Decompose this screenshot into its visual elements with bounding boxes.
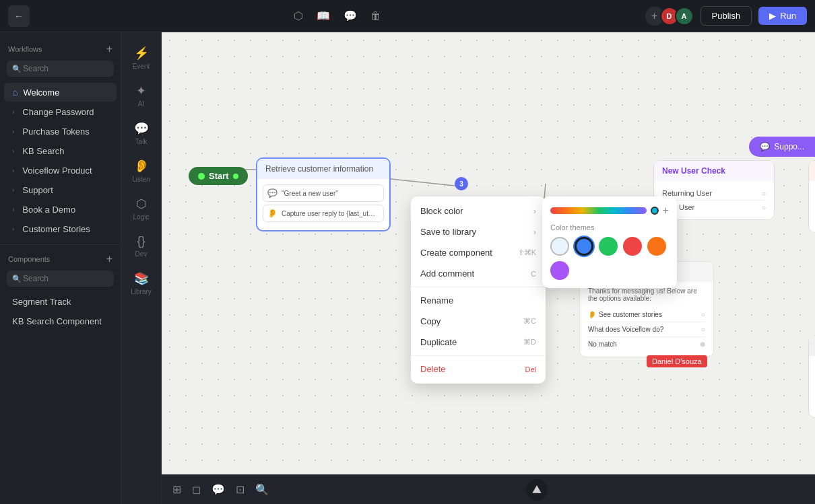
chevron-icon: › [12, 206, 14, 213]
start-dot [233, 174, 238, 179]
ai-icon: ✦ [136, 83, 146, 98]
sidebar-item-customer-stories[interactable]: › Customer Stories [4, 220, 117, 238]
layers-icon[interactable]: ◻ [192, 483, 201, 496]
workflows-section-title: Workflows + [0, 40, 121, 61]
menu-divider-1 [411, 287, 546, 287]
sidebar-item-kb-search-component[interactable]: KB Search Component [4, 312, 117, 330]
trash-icon[interactable]: 🗑 [370, 10, 381, 22]
menu-item-rename[interactable]: Rename [411, 290, 546, 311]
component-search-input[interactable] [7, 271, 114, 287]
start-node[interactable]: Start [189, 167, 248, 185]
publish-button[interactable]: Publish [700, 6, 752, 26]
search-input[interactable] [7, 61, 114, 77]
color-submenu: + Color themes [542, 196, 677, 288]
menu-item-duplicate[interactable]: Duplicate ⌘D [411, 332, 546, 353]
support-icon: 💬 [760, 142, 770, 151]
book-icon[interactable]: 📖 [317, 9, 330, 22]
badge-number: 3 [455, 177, 468, 190]
color-swatches [550, 237, 669, 280]
retrieve-node[interactable]: Retrieve customer information 💬 "Greet a… [256, 157, 391, 231]
vf-know-node[interactable]: VF Know... "{(... "Y... (la... Th... (la… [808, 335, 815, 418]
menu-item-block-color[interactable]: Block color › [411, 201, 546, 221]
tool-logic[interactable]: ⬡ Logic [125, 191, 158, 226]
retrieve-body: 💬 "Greet a new user" 👂 Capture user repl… [257, 179, 389, 230]
tool-talk[interactable]: 💬 Talk [125, 116, 158, 151]
color-swatch-purple[interactable] [550, 261, 569, 280]
menu-item-delete[interactable]: Delete Del [411, 359, 546, 380]
options-message: Thanks for messaging us! Below are the o… [588, 287, 705, 302]
nuc-item-0[interactable]: Returning User ○ [662, 186, 766, 201]
tool-library[interactable]: 📚 Library [125, 266, 158, 301]
sidebar-item-change-password[interactable]: › Change Password [4, 103, 117, 121]
listen-icon: 👂 [134, 159, 149, 174]
nuc-header: New User Check [654, 161, 774, 181]
sidebar-item-purchase-tokens[interactable]: › Purchase Tokens [4, 122, 117, 141]
image-icon[interactable]: ⊡ [236, 483, 244, 496]
color-swatch-white[interactable] [550, 237, 569, 256]
main-layout: Workflows + 🔍 ⌂ Welcome › Change Passwor… [0, 32, 815, 504]
color-swatch-teal[interactable] [599, 237, 618, 256]
menu-item-save-library[interactable]: Save to library › [411, 221, 546, 242]
menu-item-add-comment[interactable]: Add comment C [411, 263, 546, 284]
message-icon[interactable]: 💬 [344, 9, 357, 22]
color-swatch-orange[interactable] [647, 237, 666, 256]
support-button-node[interactable]: 💬 Suppo... [749, 137, 815, 157]
component-search-icon: 🔍 [12, 275, 22, 283]
back-button[interactable]: ← [8, 5, 30, 27]
sidebar-item-book-demo[interactable]: › Book a Demo [4, 201, 117, 219]
options-item-0[interactable]: 👂 See customer stories ○ [588, 308, 705, 322]
start-icon [198, 173, 205, 180]
add-component-button[interactable]: + [106, 253, 112, 265]
tool-panel: ⚡ Event ✦ AI 💬 Talk 👂 Listen ⬡ Logic {} … [121, 32, 162, 504]
tooltip-daniel: Daniel D'souza [647, 355, 707, 367]
sidebar-item-voiceflow-product[interactable]: › Voiceflow Product [4, 161, 117, 180]
avatar-a: A [675, 7, 694, 26]
tool-dev[interactable]: {} Dev [125, 229, 158, 263]
components-section-title: Components + [0, 250, 121, 271]
sidebar-item-segment-track[interactable]: Segment Track [4, 293, 117, 311]
search-icon: 🔍 [12, 65, 22, 73]
talk-icon: 💬 [134, 121, 149, 136]
sidebar-item-support[interactable]: › Support [4, 181, 117, 199]
retrieve-item-0[interactable]: 💬 "Greet a new user" [263, 184, 384, 202]
sidebar-divider [0, 244, 121, 245]
library-icon: 📚 [134, 271, 149, 286]
bookmark-icon[interactable]: ⬡ [294, 9, 303, 22]
color-swatch-blue[interactable] [575, 237, 593, 256]
nuc-item-1[interactable]: New User ○ [662, 201, 766, 214]
sidebar: Workflows + 🔍 ⌂ Welcome › Change Passwor… [0, 32, 121, 504]
color-add-button[interactable]: + [663, 205, 669, 217]
search-canvas-icon[interactable]: 🔍 [255, 483, 269, 496]
run-button[interactable]: ▶ Run [758, 7, 807, 25]
add-workflow-button[interactable]: + [106, 43, 112, 55]
sidebar-item-welcome[interactable]: ⌂ Welcome [4, 83, 117, 102]
retrieve-item-1[interactable]: 👂 Capture user reply to {last_utterance} [263, 205, 384, 222]
topbar-center: ⬡ 📖 💬 🗑 [294, 9, 381, 22]
color-bar [550, 207, 647, 214]
arrow-icon: › [533, 207, 536, 216]
options-item-2[interactable]: No match ⊗ [588, 337, 705, 351]
voiceflow-logo [526, 479, 548, 501]
color-swatch-red[interactable] [623, 237, 642, 256]
options-body: Thanks for messaging us! Below are the o… [580, 282, 713, 357]
chevron-icon: › [12, 225, 14, 233]
home-icon: ⌂ [12, 87, 18, 98]
tool-ai[interactable]: ✦ AI [125, 78, 158, 113]
comments-icon[interactable]: 💬 [211, 483, 225, 496]
understand-node[interactable]: Understd Is ... S... Q... N... [808, 160, 815, 233]
menu-item-create-component[interactable]: Create component ⇧⌘K [411, 242, 546, 263]
svg-line-1 [391, 179, 455, 186]
topbar-left: ← [8, 5, 30, 27]
chevron-icon: › [12, 128, 14, 135]
grid-icon[interactable]: ⊞ [172, 483, 181, 496]
canvas[interactable]: Start Retrieve customer information 💬 "G… [162, 32, 815, 504]
topbar: ← ⬡ 📖 💬 🗑 + D A Publish ▶ Run [0, 0, 815, 32]
sidebar-item-kb-search[interactable]: › KB Search [4, 142, 117, 160]
dev-icon: {} [137, 234, 145, 248]
options-item-1[interactable]: What does Voiceflow do? ○ [588, 322, 705, 337]
menu-divider-2 [411, 355, 546, 356]
tool-listen[interactable]: 👂 Listen [125, 153, 158, 188]
menu-item-copy[interactable]: Copy ⌘C [411, 311, 546, 332]
tool-event[interactable]: ⚡ Event [125, 40, 158, 75]
context-menu: Block color › Save to library › Create c… [411, 196, 546, 384]
